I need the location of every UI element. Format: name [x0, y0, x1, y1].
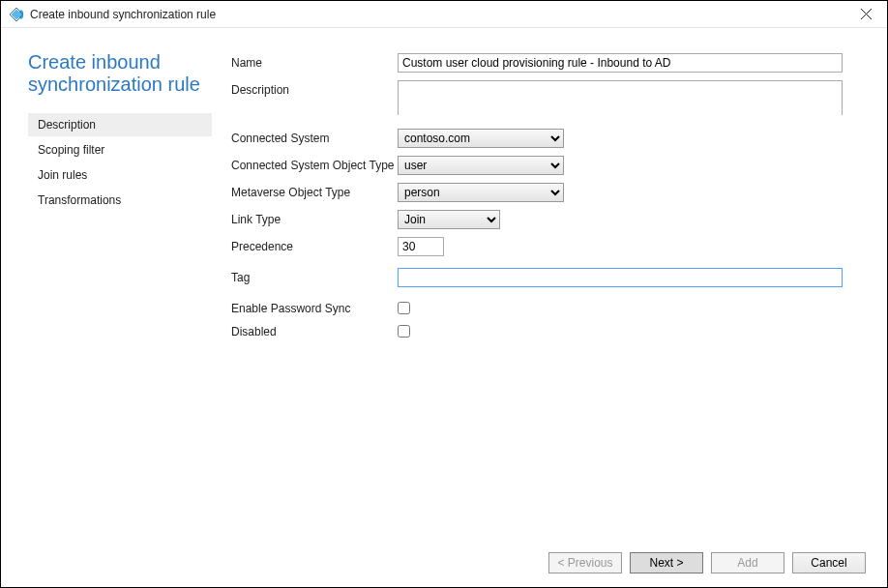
row-cs-object-type: Connected System Object Type user: [231, 156, 860, 177]
description-input[interactable]: [398, 80, 843, 115]
link-type-select[interactable]: Join: [398, 210, 500, 229]
app-icon: [9, 7, 24, 22]
cancel-button[interactable]: Cancel: [792, 552, 866, 573]
label-disabled: Disabled: [231, 322, 398, 338]
row-description: Description: [231, 80, 860, 115]
next-button[interactable]: Next >: [630, 552, 703, 573]
label-enable-password-sync: Enable Password Sync: [231, 299, 398, 315]
row-disabled: Disabled: [231, 322, 860, 343]
tag-input[interactable]: [398, 268, 843, 287]
label-cs-object-type: Connected System Object Type: [231, 156, 398, 172]
page-title: Create inbound synchronization rule: [28, 51, 231, 96]
enable-password-sync-checkbox[interactable]: [398, 302, 410, 314]
connected-system-select[interactable]: contoso.com: [398, 129, 564, 148]
disabled-checkbox[interactable]: [398, 325, 410, 338]
window-title: Create inbound synchronization rule: [30, 8, 216, 21]
cs-object-type-select[interactable]: user: [398, 156, 564, 175]
precedence-input[interactable]: [398, 237, 444, 256]
label-connected-system: Connected System: [231, 129, 398, 145]
row-connected-system: Connected System contoso.com: [231, 129, 860, 150]
row-link-type: Link Type Join: [231, 210, 860, 231]
add-button[interactable]: Add: [711, 552, 784, 573]
wizard-nav: Description Scoping filter Join rules Tr…: [28, 113, 231, 212]
close-button[interactable]: [852, 1, 879, 28]
name-input[interactable]: [398, 53, 843, 73]
body: Create inbound synchronization rule Desc…: [1, 28, 887, 543]
row-mv-object-type: Metaverse Object Type person: [231, 183, 860, 204]
nav-item-scoping-filter[interactable]: Scoping filter: [28, 138, 212, 162]
left-column: Create inbound synchronization rule Desc…: [28, 51, 231, 543]
row-precedence: Precedence: [231, 237, 860, 258]
nav-item-transformations[interactable]: Transformations: [28, 189, 212, 212]
label-mv-object-type: Metaverse Object Type: [231, 183, 398, 199]
footer: < Previous Next > Add Cancel: [1, 543, 887, 587]
row-tag: Tag: [231, 268, 860, 289]
row-enable-password-sync: Enable Password Sync: [231, 299, 860, 320]
content: Create inbound synchronization rule Desc…: [1, 28, 887, 587]
row-name: Name: [231, 53, 860, 74]
nav-item-join-rules[interactable]: Join rules: [28, 163, 212, 187]
label-precedence: Precedence: [231, 237, 398, 253]
previous-button[interactable]: < Previous: [548, 552, 622, 573]
nav-item-description[interactable]: Description: [28, 113, 212, 136]
close-icon: [861, 9, 872, 19]
mv-object-type-select[interactable]: person: [398, 183, 564, 202]
label-name: Name: [231, 53, 398, 70]
titlebar: Create inbound synchronization rule: [1, 1, 887, 28]
label-tag: Tag: [231, 268, 398, 284]
label-description: Description: [231, 80, 398, 97]
form-area: Name Description Connected System contos…: [231, 51, 860, 543]
label-link-type: Link Type: [231, 210, 398, 226]
